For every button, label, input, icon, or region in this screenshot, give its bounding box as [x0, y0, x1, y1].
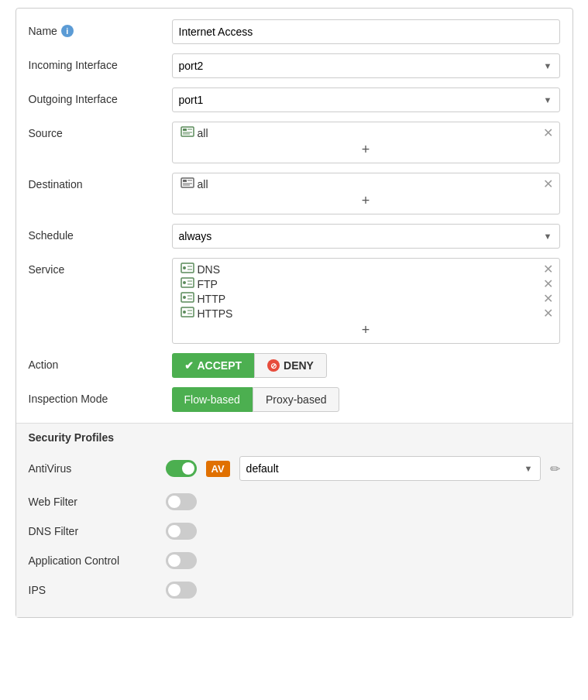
- schedule-select-wrapper: always business-hours: [172, 224, 560, 249]
- service-https-text: HTTPS: [198, 307, 233, 320]
- action-label-text: Action: [29, 359, 59, 371]
- destination-tag-box: all ✕ +: [172, 173, 560, 214]
- schedule-label: Schedule: [29, 224, 172, 242]
- dns-filter-row: DNS Filter: [29, 516, 560, 546]
- name-input[interactable]: [172, 19, 560, 44]
- service-row: Service: [29, 253, 560, 348]
- service-https-remove[interactable]: ✕: [543, 307, 553, 320]
- service-http-line: HTTP ✕: [179, 291, 553, 306]
- security-profiles-section: Security Profiles AntiVirus AV default ✏…: [16, 423, 573, 617]
- destination-row: Destination: [29, 168, 560, 219]
- destination-control: all ✕ +: [172, 173, 560, 214]
- antivirus-label: AntiVirus: [29, 462, 156, 475]
- service-tag-http: HTTP: [179, 292, 228, 305]
- destination-tag-icon: [181, 177, 194, 190]
- service-ftp-remove[interactable]: ✕: [543, 278, 553, 290]
- action-row: Action ✔ ACCEPT ⊘ DENY: [29, 348, 560, 383]
- incoming-interface-select-wrapper: port2 port1 port3: [172, 53, 560, 78]
- svg-rect-1: [183, 129, 187, 131]
- service-http-icon: [181, 292, 194, 305]
- svg-point-23: [183, 311, 186, 314]
- dns-filter-toggle[interactable]: [166, 523, 197, 540]
- incoming-interface-label: Incoming Interface: [29, 53, 172, 71]
- accept-button[interactable]: ✔ ACCEPT: [172, 353, 255, 378]
- antivirus-toggle[interactable]: [166, 460, 197, 477]
- source-tag-line: all ✕: [179, 125, 553, 140]
- ips-toggle[interactable]: [166, 582, 197, 599]
- incoming-interface-label-text: Incoming Interface: [29, 59, 118, 71]
- service-https-icon: [181, 307, 194, 320]
- flow-based-button[interactable]: Flow-based: [172, 387, 253, 412]
- incoming-interface-row: Incoming Interface port2 port1 port3: [29, 49, 560, 83]
- app-control-label: Application Control: [29, 554, 156, 567]
- destination-label-text: Destination: [29, 178, 83, 190]
- antivirus-profile-wrapper: default: [239, 456, 541, 481]
- av-badge: AV: [206, 461, 230, 477]
- source-label: Source: [29, 122, 172, 139]
- incoming-interface-select[interactable]: port2 port1 port3: [172, 53, 560, 78]
- service-control: DNS ✕: [172, 258, 560, 344]
- ips-label: IPS: [29, 584, 156, 596]
- antivirus-profile-select[interactable]: default: [239, 456, 541, 481]
- web-filter-row: Web Filter: [29, 487, 560, 516]
- name-control: [172, 19, 560, 44]
- app-control-toggle[interactable]: [166, 552, 197, 569]
- destination-tag-line: all ✕: [179, 177, 553, 191]
- schedule-control: always business-hours: [172, 224, 560, 249]
- service-http-text: HTTP: [198, 293, 226, 305]
- outgoing-interface-label: Outgoing Interface: [29, 88, 172, 105]
- web-filter-toggle[interactable]: [166, 493, 197, 510]
- dns-filter-slider: [166, 523, 197, 540]
- deny-button-label: DENY: [284, 359, 314, 372]
- source-tag-icon: [181, 126, 194, 139]
- service-ftp-icon: [181, 277, 194, 290]
- antivirus-edit-icon[interactable]: ✏: [550, 462, 560, 476]
- service-https-line: HTTPS ✕: [179, 306, 553, 321]
- source-tag-box: all ✕ +: [172, 122, 560, 163]
- destination-tag-all-remove[interactable]: ✕: [543, 178, 553, 190]
- name-info-icon[interactable]: i: [61, 25, 74, 37]
- service-ftp-text: FTP: [198, 278, 218, 290]
- proxy-based-button[interactable]: Proxy-based: [253, 387, 340, 412]
- svg-rect-6: [183, 180, 187, 182]
- inspection-mode-label-text: Inspection Mode: [29, 393, 108, 405]
- web-filter-label: Web Filter: [29, 496, 156, 508]
- service-http-remove[interactable]: ✕: [543, 293, 553, 305]
- incoming-interface-control: port2 port1 port3: [172, 53, 560, 78]
- svg-point-11: [183, 266, 186, 269]
- service-label-text: Service: [29, 263, 65, 276]
- antivirus-row: AntiVirus AV default ✏: [29, 450, 560, 487]
- svg-rect-5: [181, 178, 194, 187]
- source-tag-all-text: all: [198, 127, 208, 139]
- service-dns-icon: [181, 262, 194, 276]
- ips-row: IPS: [29, 575, 560, 605]
- outgoing-interface-select[interactable]: port1 port2 port3: [172, 88, 560, 112]
- ips-slider: [166, 582, 197, 599]
- service-tag-https: HTTPS: [179, 307, 235, 320]
- service-dns-text: DNS: [198, 263, 221, 276]
- mode-group: Flow-based Proxy-based: [172, 387, 560, 412]
- service-ftp-line: FTP ✕: [179, 276, 553, 291]
- service-dns-remove[interactable]: ✕: [543, 263, 553, 276]
- schedule-row: Schedule always business-hours: [29, 219, 560, 253]
- schedule-select[interactable]: always business-hours: [172, 224, 560, 249]
- inspection-mode-label: Inspection Mode: [29, 387, 172, 405]
- deny-button[interactable]: ⊘ DENY: [254, 353, 327, 378]
- source-add-button[interactable]: +: [179, 140, 553, 160]
- name-row: Name i: [29, 15, 560, 49]
- service-tag-ftp: FTP: [179, 277, 219, 290]
- svg-rect-0: [181, 127, 194, 136]
- accept-checkmark-icon: ✔: [184, 359, 194, 372]
- security-profiles-title: Security Profiles: [29, 431, 560, 444]
- schedule-label-text: Schedule: [29, 229, 74, 242]
- dns-filter-label: DNS Filter: [29, 525, 156, 537]
- destination-add-button[interactable]: +: [179, 191, 553, 211]
- service-label: Service: [29, 258, 172, 276]
- action-group: ✔ ACCEPT ⊘ DENY: [172, 353, 560, 378]
- source-tag-all-remove[interactable]: ✕: [543, 127, 553, 139]
- destination-tag-all: all: [179, 177, 210, 190]
- source-tag-all: all: [179, 126, 210, 139]
- antivirus-slider: [166, 460, 197, 477]
- service-add-button[interactable]: +: [179, 321, 553, 340]
- svg-point-19: [183, 296, 186, 299]
